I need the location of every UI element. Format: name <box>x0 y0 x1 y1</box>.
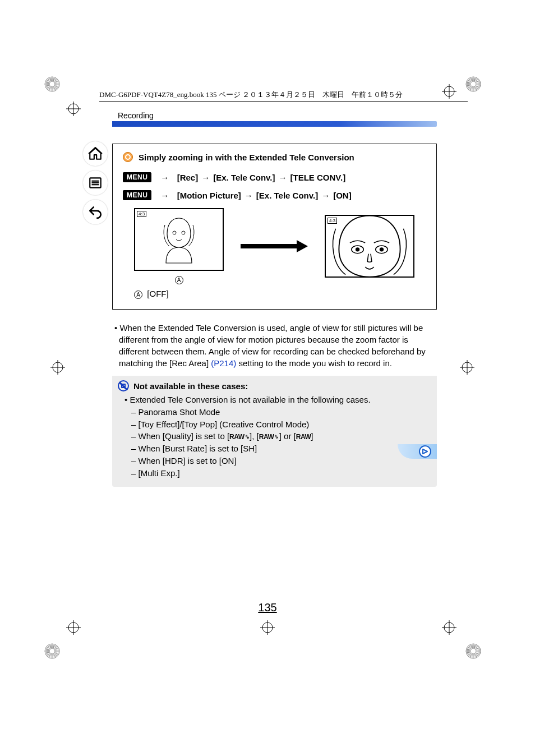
menu-path-motion-1: [Ex. Tele Conv.] <box>256 191 318 200</box>
figure-marker-value: [OFF] <box>147 289 168 298</box>
arrow-icon: → <box>160 191 169 200</box>
figure-after: 4:3 <box>325 215 414 278</box>
home-icon[interactable] <box>83 141 108 166</box>
menu-badge-icon: MENU <box>123 172 151 182</box>
crosshair-mid-l <box>50 360 65 375</box>
tip-icon <box>123 152 133 162</box>
arrow-icon: → <box>160 173 169 182</box>
figure-row: 4:3 A <box>134 208 426 284</box>
list-item-text: When [Burst Rate] is set to [SH] <box>139 444 257 453</box>
not-available-icon <box>118 380 129 391</box>
info-box: Simply zooming in with the Extended Tele… <box>112 144 437 310</box>
menu-badge-icon: MENU <box>123 190 151 200</box>
svg-point-50 <box>380 248 384 251</box>
arrow-icon: → <box>279 173 287 182</box>
menu-path-rec: MENU → [Rec] → [Ex. Tele Conv.] → [TELE … <box>123 172 426 182</box>
list-item: – [Multi Exp.] <box>131 467 431 480</box>
not-available-lead: • Extended Tele Conversion is not availa… <box>124 394 431 406</box>
dash: – <box>131 431 136 441</box>
figure-marker: A <box>175 276 183 284</box>
dash: – <box>131 468 136 478</box>
back-icon[interactable] <box>83 200 108 224</box>
list-item: – Panorama Shot Mode <box>131 406 431 418</box>
arrow-icon: → <box>201 173 210 182</box>
crosshair-top-l <box>66 102 81 116</box>
arrow-icon: → <box>321 191 330 200</box>
body-note: • When the Extended Tele Conversion is u… <box>112 322 437 369</box>
portrait-illustration-small <box>159 215 199 264</box>
bullet: • <box>124 395 127 404</box>
dash: – <box>131 420 136 429</box>
menu-path-motion-2: [ON] <box>333 191 352 200</box>
menu-path-rec-0: [Rec] <box>177 173 199 182</box>
portrait-illustration-large <box>326 215 413 278</box>
box-title-text: Simply zooming in with the Extended Tele… <box>139 153 354 162</box>
list-item: – When [HDR] is set to [ON] <box>131 455 431 467</box>
section-bar <box>112 121 437 127</box>
page-ref-link[interactable]: (P214) <box>211 358 236 368</box>
print-header-meta: DMC-G6PDF-VQT4Z78_eng.book 135 ページ ２０１３年… <box>99 90 468 102</box>
list-item: – When [Quality] is set to [RAW␍], [RAW␍… <box>131 430 431 442</box>
list-item-text: ] or [ <box>279 431 296 441</box>
aspect-label-a: 4:3 <box>137 211 146 217</box>
dash: – <box>131 407 136 417</box>
list-item-text: [Toy Effect]/[Toy Pop] (Creative Control… <box>139 420 310 429</box>
arrow-icon: → <box>245 191 253 200</box>
figure-before: 4:3 A <box>134 208 224 284</box>
crosshair-bot-m <box>260 620 275 635</box>
dash: – <box>131 444 136 453</box>
section-label: Recording <box>118 111 437 120</box>
raw-quality-icon: RAW <box>296 433 311 441</box>
menu-path-motion-0: [Motion Picture] <box>177 191 241 200</box>
list-item-text: When [HDR] is set to [ON] <box>139 456 237 465</box>
list-item-text: [Multi Exp.] <box>139 468 180 478</box>
box-title: Simply zooming in with the Extended Tele… <box>123 152 426 162</box>
dash: – <box>131 456 136 465</box>
list-item: – [Toy Effect]/[Toy Pop] (Creative Contr… <box>131 418 431 431</box>
menu-icon[interactable] <box>83 170 108 195</box>
crosshair-mid-r <box>460 360 474 375</box>
not-available-title-text: Not available in these cases: <box>133 381 248 391</box>
svg-point-48 <box>356 248 359 251</box>
reg-ornament-br <box>465 643 482 660</box>
crosshair-bot-l <box>66 620 81 635</box>
raw-quality-icon: RAW␍ <box>229 433 250 441</box>
menu-path-rec-2: [TELE CONV.] <box>290 173 346 182</box>
not-available-block: Not available in these cases: • Extended… <box>112 376 437 487</box>
raw-quality-icon: RAW␍ <box>259 433 279 441</box>
aspect-label-b: 4:3 <box>328 218 337 224</box>
figure-marker-label: A [OFF] <box>134 289 426 299</box>
not-available-title: Not available in these cases: <box>118 380 431 391</box>
bullet: • <box>114 323 117 333</box>
figure-marker-ref: A <box>134 291 142 299</box>
menu-path-rec-1: [Ex. Tele Conv.] <box>213 173 275 182</box>
page-number: 135 <box>0 601 535 614</box>
reg-ornament-bl <box>44 643 61 660</box>
big-arrow-icon <box>241 240 308 252</box>
side-nav <box>81 141 109 229</box>
list-item-text: ] <box>311 431 313 441</box>
body-note-post: setting to the mode you wish to record i… <box>236 358 392 368</box>
list-item-text: ], [ <box>250 431 259 441</box>
reg-ornament-tl <box>44 76 61 93</box>
list-item-text: When [Quality] is set to [ <box>139 431 230 441</box>
not-available-lead-text: Extended Tele Conversion is not availabl… <box>130 395 370 404</box>
menu-path-motion: MENU → [Motion Picture] → [Ex. Tele Conv… <box>123 190 426 200</box>
list-item-text: Panorama Shot Mode <box>139 407 220 417</box>
list-item: – When [Burst Rate] is set to [SH] <box>131 442 431 455</box>
page-content: Recording Simply zooming in with the Ext… <box>112 111 437 487</box>
continue-arrow-icon <box>419 445 431 458</box>
crosshair-bot-r <box>442 620 456 635</box>
